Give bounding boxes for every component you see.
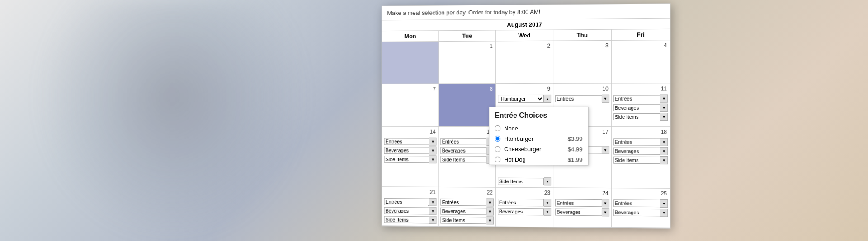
radio-hotdog[interactable] (495, 157, 500, 162)
sideitems-arrow-w3-wed[interactable]: ▼ (544, 177, 551, 185)
entrees-select-w3-mon[interactable]: Entrées (384, 138, 429, 145)
date-w2-mon: 7 (384, 85, 437, 94)
entrees-arrow-w2-fri[interactable]: ▼ (660, 94, 668, 102)
item-price-cheeseburger: $4.99 (568, 146, 583, 153)
date-w4-tue: 22 (441, 188, 494, 198)
background-figure (36, 0, 307, 241)
sideitems-arrow-w3-mon[interactable]: ▼ (429, 155, 437, 163)
item-label-none: None (504, 125, 578, 132)
entrees-dropdown-row-w2-thu[interactable]: Entrées ▼ (555, 95, 609, 103)
cell-w4-mon: 21 Entrées ▼ Beverages ▼ Side Items ▼ (382, 187, 439, 226)
cell-w1-mon (382, 42, 439, 84)
item-price-hotdog: $1.99 (568, 156, 583, 163)
sideitems-select-w4-tue[interactable]: Side Items (441, 217, 486, 224)
entrees-select-w4-wed[interactable]: Entrées (498, 199, 544, 207)
beverages-arrow-w3-mon[interactable]: ▼ (429, 147, 437, 155)
sideitems-select-w3-fri[interactable]: Side Items (613, 157, 660, 164)
cell-w2-mon: 7 (382, 84, 439, 126)
radio-none[interactable] (495, 125, 500, 131)
entrees-arrow-w4-wed[interactable]: ▼ (544, 199, 551, 207)
beverages-select-w4-fri[interactable]: Beverages (613, 209, 660, 216)
item-price-hamburger: $3.99 (568, 135, 583, 142)
entrees-arrow-w4-thu[interactable]: ▼ (602, 199, 609, 207)
sideitems-arrow-w4-mon[interactable]: ▼ (429, 216, 437, 224)
radio-hamburger[interactable] (495, 136, 500, 142)
beverages-arrow-w4-wed[interactable]: ▼ (544, 208, 551, 216)
entrees-arrow-w4-tue[interactable]: ▼ (486, 198, 494, 206)
beverages-arrow-w2-fri[interactable]: ▼ (660, 104, 668, 112)
entrees-select-w4-fri[interactable]: Entrées (613, 199, 660, 207)
beverages-select-w4-thu[interactable]: Beverages (555, 208, 602, 216)
date-w3-fri: 18 (613, 128, 668, 137)
sideitems-dropdown-row-w2-fri[interactable]: Side Items ▼ (613, 113, 668, 121)
beverages-select-w3-tue[interactable]: Beverages (441, 147, 486, 154)
date-w4-wed: 23 (498, 189, 551, 198)
beverages-select-w4-wed[interactable]: Beverages (498, 208, 544, 216)
entrees-select-w3-fri[interactable]: Entrées (613, 138, 660, 145)
date-w4-mon: 21 (384, 188, 437, 197)
cell-w4-thu: 24 Entrées ▼ Beverages ▼ (553, 188, 611, 227)
entrees-select-w2-fri[interactable]: Entrées (613, 95, 660, 102)
cell-w2-tue: 8 (439, 84, 495, 127)
entrees-select-w4-thu[interactable]: Entrées (555, 199, 602, 207)
beverages-arrow-w3-fri[interactable]: ▼ (660, 147, 668, 155)
entrees-arrow-w3-fri[interactable]: ▼ (660, 138, 668, 146)
beverages-arrow-w4-thu[interactable]: ▼ (602, 208, 609, 216)
sideitems-select-w3-tue[interactable]: Side Items (441, 156, 486, 163)
popup-item-cheeseburger[interactable]: Cheeseburger $4.99 (489, 144, 588, 155)
date-w2-wed: 9 (498, 85, 551, 94)
beverages-dropdown-row-w2-fri[interactable]: Beverages ▼ (613, 104, 668, 112)
date-w3-mon: 14 (384, 128, 437, 137)
panel-header: Make a meal selection per day. Order for… (382, 4, 670, 20)
beverages-select-w2-fri[interactable]: Beverages (613, 104, 660, 111)
instruction-text: Make a meal selection per day. Order for… (387, 9, 540, 17)
entrees-arrow-w3-mon[interactable]: ▼ (429, 138, 437, 146)
date-w3-tue: 15 (441, 128, 494, 137)
beverages-select-w3-fri[interactable]: Beverages (613, 147, 660, 154)
sideitems-select-w3-mon[interactable]: Side Items (384, 156, 429, 163)
date-w1-tue: 1 (441, 42, 494, 51)
entrees-select-w3-tue[interactable]: Entrées (441, 138, 486, 145)
entree-choices-popup: Entrée Choices None Hamburger $3.99 Chee… (489, 107, 588, 166)
beverages-arrow-w4-fri[interactable]: ▼ (660, 209, 668, 217)
entrees-arrow-w2-thu[interactable]: ▼ (602, 95, 609, 103)
sideitems-arrow-w2-fri[interactable]: ▼ (660, 113, 668, 121)
entrees-select-w4-tue[interactable]: Entrées (441, 199, 486, 206)
date-w2-tue: 8 (441, 85, 494, 94)
sideitems-select-w2-fri[interactable]: Side Items (613, 113, 660, 120)
col-header-wed: Wed (495, 30, 553, 41)
date-w2-fri: 11 (613, 84, 668, 93)
sideitems-select-w4-mon[interactable]: Side Items (384, 216, 429, 224)
entrees-arrow-w4-fri[interactable]: ▼ (660, 199, 668, 208)
radio-cheeseburger[interactable] (495, 146, 500, 152)
week-row-4: 21 Entrées ▼ Beverages ▼ Side Items ▼ (382, 187, 670, 228)
entrees-select-w2-thu[interactable]: Entrées (555, 95, 602, 102)
cell-w1-thu: 3 (553, 40, 611, 83)
hamburger-dropdown-row[interactable]: Hamburger ▲ (498, 95, 551, 103)
hamburger-select[interactable]: Hamburger (498, 95, 544, 103)
sideitems-select-w3-wed[interactable]: Side Items (498, 178, 544, 185)
popup-item-none[interactable]: None (489, 123, 588, 134)
beverages-select-w4-mon[interactable]: Beverages (384, 207, 429, 215)
beverages-arrow-w4-tue[interactable]: ▼ (486, 207, 494, 215)
col-header-mon: Mon (382, 31, 439, 42)
sideitems-arrow-w4-tue[interactable]: ▼ (486, 216, 494, 224)
hamburger-up-arrow[interactable]: ▲ (544, 95, 551, 103)
cell-w1-wed: 2 (495, 41, 553, 84)
popup-item-hamburger[interactable]: Hamburger $3.99 (489, 134, 588, 144)
beverages-select-w4-tue[interactable]: Beverages (441, 208, 486, 215)
entrees-dropdown-row-w2-fri[interactable]: Entrées ▼ (613, 94, 668, 102)
cell-w3-fri: 18 Entrées ▼ Beverages ▼ Side Items ▼ (611, 127, 670, 189)
popup-item-hotdog[interactable]: Hot Dog $1.99 (489, 154, 588, 165)
cell-w2-fri: 11 Entrées ▼ Beverages ▼ (611, 83, 670, 127)
sideitems-arrow-w3-fri[interactable]: ▼ (660, 156, 668, 164)
entrees-select-w4-mon[interactable]: Entrées (384, 198, 429, 206)
beverages-arrow-w4-mon[interactable]: ▼ (429, 207, 437, 215)
cell-w4-wed: 23 Entrées ▼ Beverages ▼ (495, 187, 553, 227)
sideitems-arrow-w3-thu[interactable]: ▼ (602, 146, 609, 154)
item-label-cheeseburger: Cheeseburger (504, 146, 563, 153)
col-header-tue: Tue (439, 30, 495, 42)
entrees-arrow-w4-mon[interactable]: ▼ (429, 198, 437, 206)
beverages-select-w3-mon[interactable]: Beverages (384, 147, 429, 154)
date-w1-thu: 3 (555, 42, 609, 51)
